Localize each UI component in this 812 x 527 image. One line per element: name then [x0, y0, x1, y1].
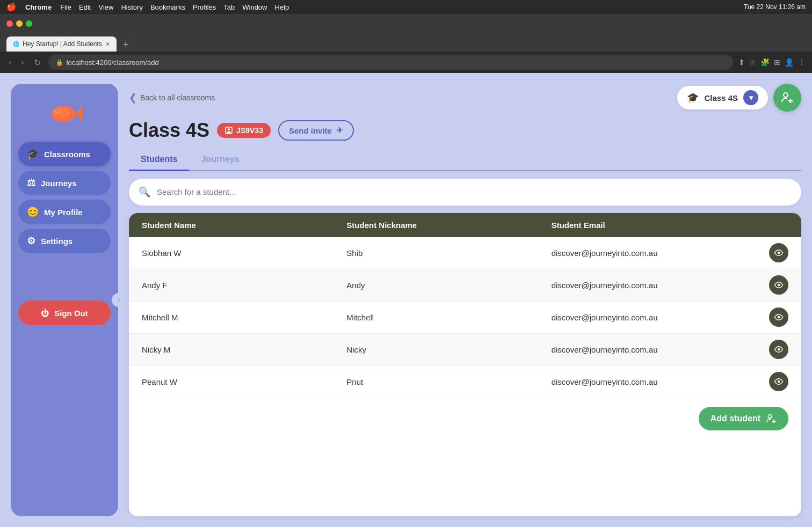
- tab-close-button[interactable]: ✕: [105, 41, 110, 48]
- send-invite-label: Send invite: [289, 126, 332, 135]
- sidebar-item-journeys[interactable]: ⚖ Journeys: [18, 171, 111, 195]
- back-nav-button[interactable]: ‹: [6, 55, 13, 69]
- fish-icon: [47, 99, 82, 128]
- menu-help[interactable]: Help: [275, 3, 289, 11]
- student-email: discover@journeyinto.com.au: [552, 246, 756, 260]
- sidebar-collapse-button[interactable]: ‹: [112, 293, 126, 307]
- minimize-button[interactable]: [16, 20, 23, 27]
- traffic-lights: [6, 20, 32, 27]
- browser-toolbar-right: ⬆ ☆ 🧩 ⊞ 👤 ⋮: [738, 58, 806, 67]
- student-email: discover@journeyinto.com.au: [552, 375, 756, 389]
- back-link[interactable]: ❮ Back to all classrooms: [129, 92, 215, 104]
- bookmark-icon[interactable]: ☆: [749, 58, 756, 67]
- menu-tab[interactable]: Tab: [223, 3, 235, 11]
- apple-icon: 🍎: [6, 2, 17, 12]
- class-code-badge: JS9V33: [217, 123, 271, 138]
- add-student-button[interactable]: Add student: [699, 407, 788, 430]
- student-name: Peanut W: [142, 375, 346, 389]
- sidebar-item-classrooms[interactable]: 🎓 Classrooms: [18, 142, 111, 166]
- sidebar-logo: [46, 94, 83, 132]
- menu-dots-icon[interactable]: ⋮: [798, 58, 806, 67]
- menu-bar: 🍎 Chrome File Edit View History Bookmark…: [0, 0, 812, 14]
- back-arrow-icon: ❮: [129, 92, 137, 104]
- table-footer: Add student: [129, 398, 801, 439]
- signout-button[interactable]: ⏻ Sign Out: [18, 301, 111, 325]
- reload-button[interactable]: ↻: [32, 55, 43, 70]
- student-email: discover@journeyinto.com.au: [552, 279, 756, 292]
- address-bar-row: ‹ › ↻ 🔒 localhost:4200/classroom/add ⬆ ☆…: [0, 52, 812, 73]
- main-content: ❮ Back to all classrooms 🎓 Class 4S ▾: [129, 84, 801, 516]
- eye-icon: [774, 377, 784, 386]
- add-person-icon: [781, 91, 794, 104]
- student-nickname: Nicky: [346, 343, 551, 356]
- new-tab-button[interactable]: +: [119, 39, 133, 50]
- svg-point-16: [768, 414, 772, 418]
- table-row: Mitchell M Mitchell discover@journeyinto…: [129, 302, 801, 334]
- forward-nav-button[interactable]: ›: [19, 55, 26, 69]
- student-table: Student Name Student Nickname Student Em…: [129, 213, 801, 517]
- browser-tab[interactable]: 🌐 Hey Startup! | Add Students ✕: [6, 36, 117, 52]
- menu-profiles[interactable]: Profiles: [193, 3, 216, 11]
- profile-icon[interactable]: 👤: [785, 58, 794, 67]
- student-name: Andy F: [142, 279, 346, 292]
- menu-history[interactable]: History: [121, 3, 142, 11]
- tab-favicon: 🌐: [13, 41, 19, 47]
- sidebar-item-myprofile[interactable]: 😊 My Profile: [18, 200, 111, 224]
- share-icon[interactable]: ⬆: [738, 58, 745, 67]
- view-student-button[interactable]: [769, 372, 788, 391]
- classroom-pill[interactable]: 🎓 Class 4S ▾: [677, 86, 768, 109]
- classroom-selector: 🎓 Class 4S ▾: [677, 84, 801, 112]
- lock-icon: 🔒: [56, 59, 63, 66]
- signout-label: Sign Out: [54, 309, 88, 318]
- view-student-button[interactable]: [769, 243, 788, 262]
- svg-point-14: [778, 348, 780, 351]
- table-row: Andy F Andy discover@journeyinto.com.au: [129, 269, 801, 302]
- svg-point-10: [228, 128, 230, 130]
- view-student-button[interactable]: [769, 275, 788, 295]
- classroom-pill-label: Class 4S: [704, 93, 738, 103]
- search-input[interactable]: [157, 187, 792, 196]
- tab-students[interactable]: Students: [129, 149, 189, 171]
- sidebar-settings-label: Settings: [41, 237, 73, 246]
- svg-marker-1: [75, 106, 82, 120]
- student-nickname: Mitchell: [346, 311, 551, 324]
- app-name: Chrome: [25, 3, 52, 11]
- graduation-icon: 🎓: [687, 92, 699, 104]
- menu-window[interactable]: Window: [242, 3, 267, 11]
- tab-journeys[interactable]: Journeys: [189, 149, 251, 171]
- svg-point-15: [778, 380, 780, 383]
- close-button[interactable]: [6, 20, 13, 27]
- extensions-icon[interactable]: 🧩: [760, 58, 770, 67]
- send-icon: ✈: [336, 126, 343, 135]
- col-actions: [756, 221, 788, 230]
- add-classroom-button[interactable]: [773, 84, 801, 112]
- svg-point-12: [778, 284, 780, 287]
- view-student-button[interactable]: [769, 308, 788, 327]
- student-name: Siobhan W: [142, 246, 346, 260]
- app-container: 🎓 Classrooms ⚖ Journeys 😊 My Profile ⚙ S…: [0, 73, 812, 527]
- maximize-button[interactable]: [26, 20, 32, 27]
- search-container: 🔍: [129, 179, 801, 206]
- address-bar[interactable]: 🔒 localhost:4200/classroom/add: [48, 55, 733, 70]
- top-bar: ❮ Back to all classrooms 🎓 Class 4S ▾: [129, 84, 801, 112]
- sidebar-toggle-icon[interactable]: ⊞: [774, 58, 780, 67]
- eye-icon: [774, 248, 784, 258]
- svg-point-6: [784, 93, 788, 97]
- eye-icon: [774, 312, 784, 322]
- menu-items: File Edit View History Bookmarks Profile…: [60, 3, 289, 11]
- sidebar-item-settings[interactable]: ⚙ Settings: [18, 229, 111, 253]
- tab-bar: 🌐 Hey Startup! | Add Students ✕ +: [0, 33, 812, 52]
- sidebar-myprofile-label: My Profile: [44, 208, 83, 217]
- sidebar: 🎓 Classrooms ⚖ Journeys 😊 My Profile ⚙ S…: [11, 84, 118, 516]
- table-header: Student Name Student Nickname Student Em…: [129, 213, 801, 237]
- person-badge-icon: [224, 126, 233, 135]
- menu-bookmarks[interactable]: Bookmarks: [150, 3, 185, 11]
- menu-file[interactable]: File: [60, 3, 71, 11]
- add-student-icon: [766, 413, 777, 424]
- view-student-button[interactable]: [769, 340, 788, 359]
- menu-view[interactable]: View: [98, 3, 113, 11]
- table-row: Peanut W Pnut discover@journeyinto.com.a…: [129, 366, 801, 398]
- menu-edit[interactable]: Edit: [79, 3, 91, 11]
- send-invite-button[interactable]: Send invite ✈: [278, 120, 354, 141]
- classroom-dropdown-arrow[interactable]: ▾: [743, 90, 758, 105]
